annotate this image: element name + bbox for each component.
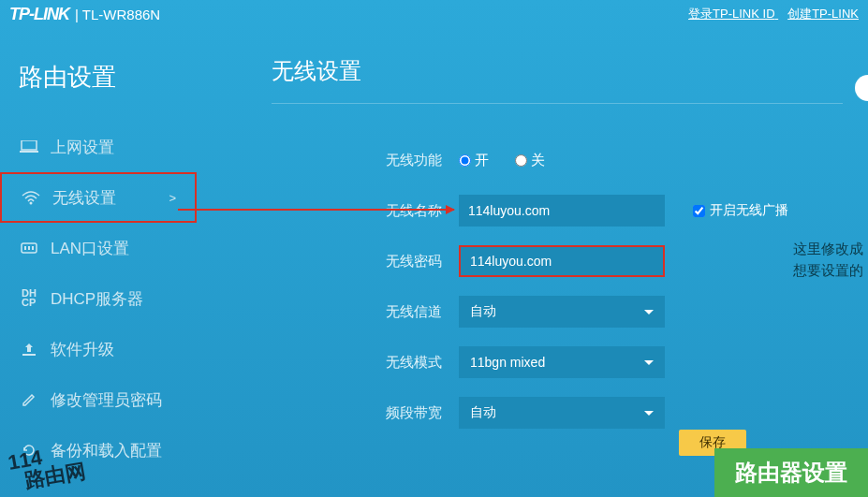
pencil-icon	[19, 391, 39, 408]
sidebar-item-upgrade[interactable]: 软件升级	[0, 324, 197, 374]
upload-icon	[19, 342, 39, 357]
svg-rect-4	[24, 246, 26, 250]
label-ssid: 无线名称	[272, 202, 459, 220]
page-title: 无线设置	[272, 56, 843, 104]
sidebar: 路由设置 上网设置 无线设置 > LAN口设置 DHCP DHCP服务器 软件升…	[0, 28, 197, 497]
sidebar-item-wireless[interactable]: 无线设置 >	[0, 172, 197, 223]
sidebar-item-internet[interactable]: 上网设置	[0, 122, 197, 172]
svg-rect-0	[22, 140, 37, 150]
top-links: 登录TP-LINK ID 创建TP-LINK	[679, 6, 859, 22]
sidebar-item-backup[interactable]: 备份和载入配置	[0, 425, 197, 475]
chevron-right-icon: >	[169, 191, 176, 205]
model-name: | TL-WR886N	[75, 7, 160, 22]
brand-logo: TP-LINK	[9, 5, 69, 24]
sidebar-item-label: 修改管理员密码	[51, 389, 162, 411]
sidebar-title: 路由设置	[0, 51, 197, 122]
row-bandwidth: 频段带宽 自动	[272, 394, 868, 431]
caret-down-icon	[644, 411, 654, 416]
sidebar-item-label: 软件升级	[51, 339, 114, 360]
label-channel: 无线信道	[272, 303, 459, 321]
svg-rect-5	[28, 246, 30, 250]
annotation-arrow	[178, 209, 454, 211]
dhcp-icon: DHCP	[19, 289, 39, 308]
sidebar-item-label: 备份和载入配置	[51, 440, 162, 461]
radio-on[interactable]: 开	[459, 152, 489, 169]
label-enable: 无线功能	[272, 152, 459, 169]
annotation-text: 这里修改成 想要设置的	[793, 239, 863, 281]
refresh-icon	[19, 442, 39, 459]
ssid-input[interactable]	[459, 195, 665, 227]
broadcast-checkbox-input[interactable]	[693, 205, 705, 217]
broadcast-checkbox[interactable]: 开启无线广播	[693, 202, 788, 219]
sidebar-item-label: DHCP服务器	[51, 288, 143, 310]
row-ssid: 无线名称 开启无线广播	[272, 192, 868, 229]
radio-off[interactable]: 关	[515, 152, 545, 169]
svg-rect-7	[22, 354, 36, 356]
caret-down-icon	[644, 310, 654, 314]
laptop-icon	[19, 140, 39, 153]
sidebar-item-admin[interactable]: 修改管理员密码	[0, 374, 197, 425]
sidebar-item-dhcp[interactable]: DHCP DHCP服务器	[0, 273, 197, 324]
password-input[interactable]	[459, 245, 665, 277]
row-mode: 无线模式 11bgn mixed	[272, 344, 868, 381]
content-panel: 无线设置 无线功能 开 关 无线名称 开启无线广播 无线密码	[197, 28, 868, 497]
login-link[interactable]: 登录TP-LINK ID	[688, 7, 774, 21]
wifi-icon	[21, 190, 41, 205]
caret-down-icon	[644, 360, 654, 365]
svg-rect-6	[32, 246, 34, 250]
label-mode: 无线模式	[272, 354, 459, 372]
label-password: 无线密码	[272, 253, 459, 270]
create-link[interactable]: 创建TP-LINK	[787, 7, 859, 21]
lan-icon	[19, 241, 39, 255]
top-bar: TP-LINK | TL-WR886N 登录TP-LINK ID 创建TP-LI…	[0, 0, 868, 28]
radio-off-input[interactable]	[515, 154, 527, 167]
sidebar-item-label: 上网设置	[51, 137, 114, 158]
radio-on-input[interactable]	[459, 154, 471, 167]
green-banner: 路由器设置	[714, 448, 868, 497]
row-enable: 无线功能 开 关	[272, 141, 868, 179]
svg-point-2	[30, 202, 33, 205]
mode-select[interactable]: 11bgn mixed	[459, 346, 665, 378]
svg-rect-1	[20, 151, 38, 153]
channel-select[interactable]: 自动	[459, 296, 665, 328]
sidebar-item-label: LAN口设置	[51, 238, 129, 259]
bandwidth-select[interactable]: 自动	[459, 397, 665, 429]
row-password: 无线密码	[272, 242, 868, 280]
sidebar-item-lan[interactable]: LAN口设置	[0, 223, 197, 273]
sidebar-item-label: 无线设置	[52, 187, 116, 209]
row-channel: 无线信道 自动	[272, 293, 868, 330]
label-bandwidth: 频段带宽	[272, 404, 459, 422]
